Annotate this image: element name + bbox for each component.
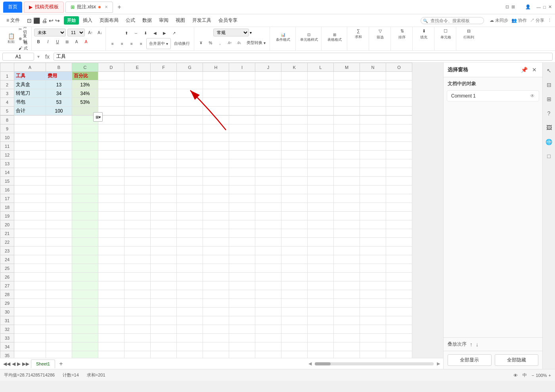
- cell-d4[interactable]: [98, 98, 124, 107]
- order-down-button[interactable]: ↓: [476, 341, 478, 348]
- panel-comment1-item[interactable]: Comment 1 👁: [447, 90, 539, 101]
- cell-o18[interactable]: [386, 203, 412, 212]
- cell-j35[interactable]: [255, 351, 281, 358]
- cell-e20[interactable]: [124, 220, 151, 229]
- row-col-button[interactable]: ⊟ 行和列: [459, 29, 478, 40]
- cell-k1[interactable]: [281, 72, 308, 80]
- cell-e24[interactable]: [124, 255, 151, 264]
- cell-k14[interactable]: [281, 168, 308, 177]
- cell-c13[interactable]: [72, 159, 98, 168]
- cell-o22[interactable]: [386, 238, 412, 247]
- cell-k11[interactable]: [281, 142, 308, 151]
- cell-b20[interactable]: [46, 220, 72, 229]
- cell-n24[interactable]: [360, 255, 386, 264]
- cell-l4[interactable]: [308, 98, 334, 107]
- add-sheet-button[interactable]: +: [57, 359, 65, 368]
- cell-c29[interactable]: [72, 299, 98, 308]
- cell-m20[interactable]: [334, 220, 360, 229]
- cell-j20[interactable]: [255, 220, 281, 229]
- share-action[interactable]: ↗ 分享: [530, 17, 544, 23]
- cell-b15[interactable]: [46, 177, 72, 185]
- cell-a12[interactable]: [14, 151, 46, 159]
- cell-k9[interactable]: [281, 124, 308, 133]
- cell-d20[interactable]: [98, 220, 124, 229]
- cell-b34[interactable]: [46, 342, 72, 351]
- cell-d10[interactable]: [98, 133, 124, 142]
- cell-n4[interactable]: [360, 98, 386, 107]
- cell-i22[interactable]: [229, 238, 255, 247]
- tab-home[interactable]: 首页: [3, 2, 22, 13]
- cell-j33[interactable]: [255, 334, 281, 342]
- win-tile-icon[interactable]: ⊡: [505, 4, 509, 10]
- cell-b12[interactable]: [46, 151, 72, 159]
- cell-e29[interactable]: [124, 299, 151, 308]
- paste-options-button[interactable]: ⊞▾: [93, 112, 103, 122]
- cell-m28[interactable]: [334, 290, 360, 299]
- align-middle-button[interactable]: ↔: [132, 29, 140, 37]
- cell-g22[interactable]: [177, 238, 203, 247]
- cell-k4[interactable]: [281, 98, 308, 107]
- cell-l31[interactable]: [308, 316, 334, 325]
- cell-d26[interactable]: [98, 273, 124, 281]
- cell-d30[interactable]: [98, 308, 124, 316]
- cell-k15[interactable]: [281, 177, 308, 185]
- cell-o15[interactable]: [386, 177, 412, 185]
- comment1-visibility-icon[interactable]: 👁: [530, 93, 535, 99]
- cell-c27[interactable]: [72, 281, 98, 290]
- cell-o29[interactable]: [386, 299, 412, 308]
- cell-e31[interactable]: [124, 316, 151, 325]
- cell-d32[interactable]: [98, 325, 124, 334]
- cell-f20[interactable]: [151, 220, 177, 229]
- cell-o20[interactable]: [386, 220, 412, 229]
- auto-wrap-button[interactable]: 自动换行: [172, 38, 192, 49]
- cell-e27[interactable]: [124, 281, 151, 290]
- cell-b8[interactable]: [46, 116, 72, 124]
- cell-b19[interactable]: [46, 212, 72, 220]
- cell-b22[interactable]: [46, 238, 72, 247]
- cell-f24[interactable]: [151, 255, 177, 264]
- cell-n28[interactable]: [360, 290, 386, 299]
- search-input[interactable]: [421, 17, 484, 24]
- cell-a2[interactable]: 文具盒: [14, 80, 46, 89]
- cell-h33[interactable]: [203, 334, 229, 342]
- cell-d9[interactable]: [98, 124, 124, 133]
- cell-b2[interactable]: 13: [46, 80, 72, 89]
- cell-j27[interactable]: [255, 281, 281, 290]
- number-format-dropdown-icon[interactable]: ▾: [250, 31, 252, 35]
- border-button[interactable]: ⊞: [63, 37, 71, 46]
- cell-i11[interactable]: [229, 142, 255, 151]
- cell-g28[interactable]: [177, 290, 203, 299]
- cell-h35[interactable]: [203, 351, 229, 358]
- cut-button[interactable]: ✂ 剪切: [19, 27, 30, 34]
- cell-c14[interactable]: [72, 168, 98, 177]
- font-color-button[interactable]: A: [82, 37, 90, 46]
- cell-n12[interactable]: [360, 151, 386, 159]
- cell-n31[interactable]: [360, 316, 386, 325]
- cell-k28[interactable]: [281, 290, 308, 299]
- cell-h9[interactable]: [203, 124, 229, 133]
- cell-e26[interactable]: [124, 273, 151, 281]
- cell-f8[interactable]: [151, 116, 177, 124]
- cell-h31[interactable]: [203, 316, 229, 325]
- cell-k21[interactable]: [281, 229, 308, 238]
- bold-button[interactable]: B: [34, 37, 43, 46]
- cell-o25[interactable]: [386, 264, 412, 273]
- cell-d11[interactable]: [98, 142, 124, 151]
- cell-g5[interactable]: [177, 107, 203, 115]
- cell-b14[interactable]: [46, 168, 72, 177]
- cell-a29[interactable]: [14, 299, 46, 308]
- cell-g27[interactable]: [177, 281, 203, 290]
- cell-l10[interactable]: [308, 133, 334, 142]
- cell-b30[interactable]: [46, 308, 72, 316]
- cell-c11[interactable]: [72, 142, 98, 151]
- cell-h11[interactable]: [203, 142, 229, 151]
- cell-b23[interactable]: [46, 247, 72, 255]
- cell-g15[interactable]: [177, 177, 203, 185]
- cell-n20[interactable]: [360, 220, 386, 229]
- cell-g33[interactable]: [177, 334, 203, 342]
- cell-d29[interactable]: [98, 299, 124, 308]
- cell-k23[interactable]: [281, 247, 308, 255]
- cell-h32[interactable]: [203, 325, 229, 334]
- cell-c23[interactable]: [72, 247, 98, 255]
- cell-g26[interactable]: [177, 273, 203, 281]
